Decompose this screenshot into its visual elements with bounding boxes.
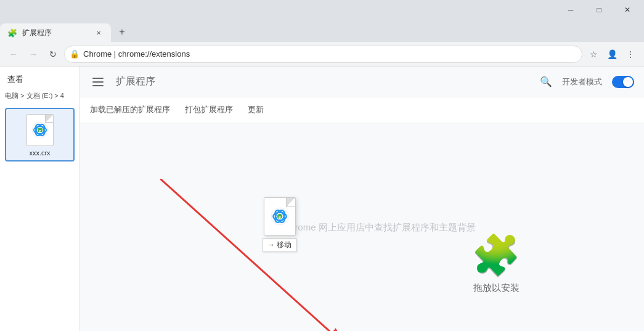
- address-text: Chrome | chrome://extensions: [83, 49, 577, 59]
- dragged-file: e → 移动: [262, 197, 297, 252]
- titlebar: ─ □ ✕: [0, 0, 644, 20]
- extensions-tab[interactable]: 🧩 扩展程序 ✕: [0, 23, 111, 42]
- crx-file-item[interactable]: e xxx.crx: [5, 108, 75, 161]
- svg-line-7: [160, 179, 345, 331]
- tab-title: 扩展程序: [22, 28, 52, 38]
- extensions-title: 扩展程序: [116, 75, 155, 88]
- drag-move-label: → 移动: [262, 238, 297, 252]
- extensions-page: 扩展程序 🔍 开发者模式 加载已解压的扩展程序 打包扩展程序 更新 在 Chro…: [80, 67, 644, 331]
- address-prefix: Chrome |: [83, 49, 118, 59]
- maximize-button[interactable]: □: [585, 0, 613, 20]
- nav-load-unpacked[interactable]: 加载已解压的扩展程序: [90, 98, 170, 123]
- tabbar: 🧩 扩展程序 ✕ +: [0, 20, 644, 42]
- dev-mode-toggle[interactable]: [612, 76, 634, 88]
- back-button[interactable]: ←: [5, 46, 22, 63]
- breadcrumb: 电脑 > 文档 (E:) > 4: [0, 90, 79, 105]
- new-tab-button[interactable]: +: [113, 23, 131, 41]
- minimize-button[interactable]: ─: [556, 0, 585, 20]
- file-icon-container: e: [23, 113, 57, 147]
- hamburger-menu[interactable]: [90, 75, 106, 89]
- addressbar: ← → ↻ 🔒 Chrome | chrome://extensions ☆ 👤…: [0, 42, 644, 67]
- svg-point-8: [271, 208, 288, 225]
- dragged-ie-icon: e: [271, 207, 289, 226]
- hamburger-line-3: [92, 85, 104, 86]
- forward-button[interactable]: →: [25, 46, 42, 63]
- extensions-subheader: 加载已解压的扩展程序 打包扩展程序 更新: [80, 97, 644, 123]
- reload-button[interactable]: ↻: [44, 46, 62, 63]
- nav-update[interactable]: 更新: [248, 98, 264, 123]
- svg-text:e: e: [39, 129, 41, 133]
- ie-logo-icon: e: [31, 121, 49, 139]
- tab-close-button[interactable]: ✕: [94, 28, 104, 38]
- address-bar-input[interactable]: 🔒 Chrome | chrome://extensions: [64, 46, 582, 63]
- file-explorer-title: 查看: [0, 72, 79, 90]
- secure-icon: 🔒: [70, 49, 79, 59]
- toggle-knob: [623, 77, 633, 87]
- close-button[interactable]: ✕: [613, 0, 642, 20]
- dev-mode-label: 开发者模式: [562, 76, 602, 88]
- drop-target: 🧩 拖放以安装: [471, 235, 521, 294]
- right-icons: ☆ 👤 ⋮: [585, 46, 639, 63]
- profile-button[interactable]: 👤: [603, 46, 621, 63]
- main-area: 查看 电脑 > 文档 (E:) > 4 e xxx.crx: [0, 67, 644, 331]
- svg-point-10: [273, 209, 287, 224]
- bookmark-button[interactable]: ☆: [585, 46, 602, 63]
- extensions-header: 扩展程序 🔍 开发者模式: [80, 67, 644, 97]
- svg-text:e: e: [279, 215, 281, 220]
- svg-point-9: [273, 213, 286, 221]
- tab-favicon: 🧩: [7, 28, 17, 38]
- puzzle-icon: 🧩: [471, 235, 521, 275]
- hamburger-line-1: [92, 78, 104, 79]
- svg-point-11: [273, 209, 287, 224]
- nav-pack-extension[interactable]: 打包扩展程序: [185, 98, 233, 123]
- search-icon[interactable]: 🔍: [540, 76, 552, 88]
- drop-label: 拖放以安装: [473, 282, 520, 294]
- svg-point-12: [277, 214, 282, 219]
- extensions-content: 在 Chrome 网上应用店中查找扩展程序和主题背景: [80, 123, 644, 331]
- drag-arrow: [160, 179, 407, 331]
- file-page: e: [26, 114, 54, 146]
- file-label: xxx.crx: [29, 149, 50, 157]
- file-explorer-panel: 查看 电脑 > 文档 (E:) > 4 e xxx.crx: [0, 67, 80, 331]
- menu-button[interactable]: ⋮: [622, 46, 639, 63]
- hamburger-line-2: [92, 81, 104, 83]
- watermark-text: 在 Chrome 网上应用店中查找扩展程序和主题背景: [271, 221, 476, 233]
- address-url: chrome://extensions: [118, 49, 190, 59]
- dragged-file-page: e: [264, 197, 296, 235]
